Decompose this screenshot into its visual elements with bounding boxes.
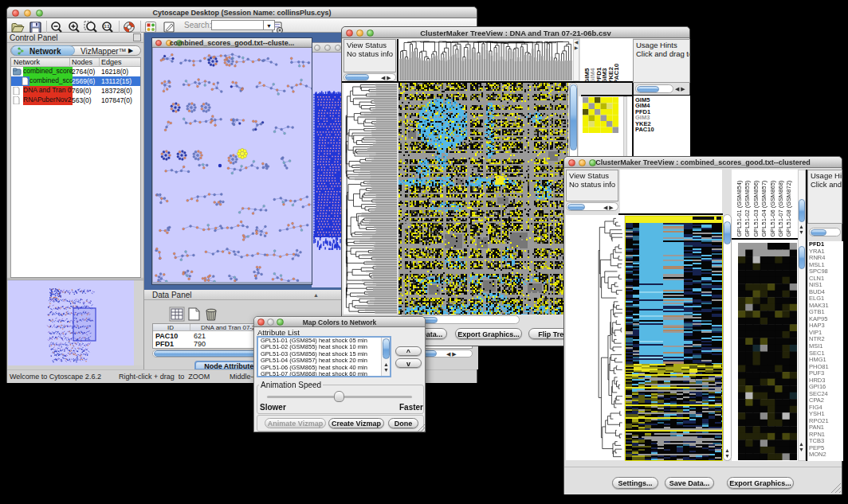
svg-text:1:1: 1:1	[104, 24, 109, 29]
